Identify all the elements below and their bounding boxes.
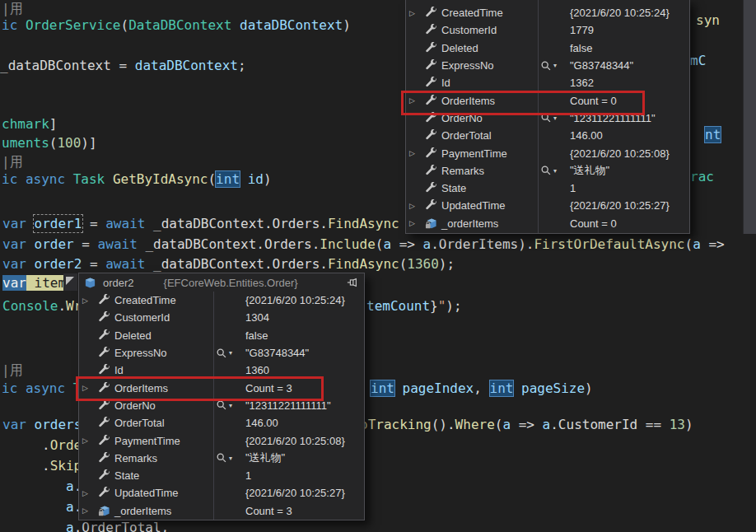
datatip-row-ExpressNo[interactable]: ExpressNo▾"G83748344" bbox=[406, 57, 689, 74]
code-line[interactable]: int pageIndex, int pageSize) bbox=[371, 380, 593, 397]
visualizer-dropdown-icon[interactable]: ▾ bbox=[553, 114, 557, 122]
visual-studio-editor: |用ic OrderService(DataDBContext dataDBCo… bbox=[0, 0, 756, 532]
code-line[interactable]: temCount}"); bbox=[366, 297, 462, 315]
member-name: PaymentTime bbox=[114, 435, 180, 447]
code-token: int bbox=[216, 171, 240, 187]
datatip-row-PaymentTime[interactable]: ▷PaymentTime{2021/6/20 10:25:08} bbox=[79, 432, 364, 449]
member-name: CustomerId bbox=[114, 311, 170, 324]
expand-arrow-icon[interactable]: ▷ bbox=[406, 202, 421, 210]
code-line[interactable]: ic OrderService(DataDBContext dataDBCont… bbox=[2, 16, 351, 34]
code-token: |用 bbox=[2, 362, 23, 378]
visualizer-dropdown-icon[interactable]: ▾ bbox=[229, 349, 232, 357]
code-token: => bbox=[391, 236, 423, 252]
datatip-row-Id[interactable]: Id1362 bbox=[406, 74, 689, 91]
code-token: DataDBContext bbox=[128, 17, 231, 33]
code-token: Task bbox=[73, 171, 105, 187]
code-line[interactable]: |用 bbox=[2, 0, 23, 17]
expand-arrow-icon[interactable]: ▷ bbox=[79, 296, 94, 305]
datatip-header[interactable]: order2 {EFCoreWeb.Entities.Order} bbox=[79, 273, 364, 292]
code-line[interactable]: _dataDBContext = dataDBContext; bbox=[0, 57, 246, 74]
datatip-row-State[interactable]: State1 bbox=[79, 467, 364, 484]
member-cell: ▷PaymentTime bbox=[406, 147, 538, 160]
text-visualizer-magnifier-icon[interactable]: ▾ bbox=[538, 60, 570, 72]
pin-icon[interactable] bbox=[347, 277, 358, 288]
text-visualizer-magnifier-icon[interactable]: ▾ bbox=[213, 348, 245, 359]
datatip-row-Remarks[interactable]: Remarks▾"送礼物" bbox=[406, 162, 689, 180]
code-line[interactable]: nt bbox=[705, 126, 721, 143]
datatip-row-_orderItems[interactable]: ▷_orderItemsCount = 3 bbox=[79, 502, 364, 520]
datatip-row-OrderTotal[interactable]: OrderTotal146.00 bbox=[406, 127, 689, 144]
datatip-row-CustomerId[interactable]: CustomerId1304 bbox=[79, 309, 364, 326]
datatip-row-CustomerId[interactable]: CustomerId1779 bbox=[406, 21, 689, 39]
datatip-row-ExpressNo[interactable]: ExpressNo▾"G83748344" bbox=[79, 344, 364, 362]
code-line[interactable]: ic async Task GetByIdAsync(int id) bbox=[2, 170, 272, 188]
expand-arrow-icon[interactable]: ▷ bbox=[406, 219, 421, 227]
datatip-row-UpdatedTime[interactable]: ▷UpdatedTime{2021/6/20 10:25:27} bbox=[79, 484, 364, 502]
code-line[interactable]: mC bbox=[690, 52, 706, 69]
visualizer-dropdown-icon[interactable]: ▾ bbox=[229, 402, 232, 409]
code-token: ); bbox=[446, 298, 461, 314]
code-line[interactable]: var orders bbox=[2, 416, 82, 433]
datatip-row-Remarks[interactable]: Remarks▾"送礼物" bbox=[79, 450, 364, 467]
object-type: {EFCoreWeb.Entities.Order} bbox=[164, 277, 298, 289]
code-line[interactable]: var order2 = await _dataDBContext.Orders… bbox=[2, 255, 455, 273]
expand-arrow-icon[interactable]: ▷ bbox=[406, 9, 421, 17]
datatip-row-CreatedTime[interactable]: ▷CreatedTime{2021/6/20 10:25:24} bbox=[79, 292, 364, 309]
expand-arrow-icon[interactable]: ▷ bbox=[79, 436, 94, 445]
member-name: State bbox=[114, 469, 139, 482]
expand-arrow-icon[interactable]: ▷ bbox=[406, 149, 421, 157]
code-line[interactable]: var order = await _dataDBContext.Orders.… bbox=[2, 236, 725, 253]
member-value: Count = 0 bbox=[570, 217, 617, 230]
property-wrench-icon bbox=[94, 399, 114, 412]
member-value: false bbox=[245, 329, 268, 342]
code-line[interactable]: a.OrderTotal, bbox=[66, 519, 169, 532]
private-field-icon bbox=[421, 217, 441, 230]
visualizer-dropdown-icon[interactable]: ▾ bbox=[553, 167, 557, 175]
datatip-row-Deleted[interactable]: Deletedfalse bbox=[79, 327, 364, 344]
code-token: => bbox=[701, 236, 725, 252]
text-visualizer-magnifier-icon[interactable]: ▾ bbox=[538, 165, 570, 176]
member-value: 146.00 bbox=[245, 417, 278, 429]
text-visualizer-magnifier-icon[interactable]: ▾ bbox=[213, 399, 245, 411]
property-wrench-icon bbox=[421, 7, 441, 19]
datatip-row-CreatedTime[interactable]: ▷CreatedTime{2021/6/20 10:25:24} bbox=[406, 4, 689, 21]
datatip-row-Deleted[interactable]: Deletedfalse bbox=[406, 40, 689, 57]
code-line[interactable]: |用 bbox=[2, 153, 23, 170]
member-value: 1304 bbox=[245, 311, 269, 324]
datatip-expand-arrow-icon[interactable] bbox=[63, 273, 77, 291]
code-line[interactable]: oTracking().Where(a => a.CustomerId == 1… bbox=[360, 416, 693, 433]
datatip-row-PaymentTime[interactable]: ▷PaymentTime{2021/6/20 10:25:08} bbox=[406, 144, 689, 161]
member-value: 1 bbox=[245, 469, 251, 482]
datatip-row-OrderTotal[interactable]: OrderTotal146.00 bbox=[79, 414, 364, 432]
expand-arrow-icon[interactable]: ▷ bbox=[79, 489, 94, 497]
code-line[interactable]: syn bbox=[696, 12, 720, 29]
code-line[interactable]: |用 bbox=[2, 362, 23, 379]
code-token: , bbox=[474, 380, 489, 396]
code-token: _dataDBContext.Orders. bbox=[153, 256, 328, 272]
code-line[interactable]: chmark] bbox=[2, 115, 57, 133]
vertical-scrollbar[interactable] bbox=[743, 0, 756, 234]
datatip-row-State[interactable]: State1 bbox=[406, 180, 689, 197]
code-token: (). bbox=[432, 417, 455, 432]
datatip-row-_orderItems[interactable]: ▷_orderItemsCount = 0 bbox=[406, 215, 689, 232]
property-wrench-icon bbox=[421, 182, 441, 194]
property-wrench-icon bbox=[94, 487, 114, 499]
datatip-row-UpdatedTime[interactable]: ▷UpdatedTime{2021/6/20 10:25:27} bbox=[406, 197, 689, 214]
expand-arrow-icon[interactable]: ▷ bbox=[79, 506, 94, 515]
member-name: CustomerId bbox=[441, 24, 497, 36]
text-visualizer-magnifier-icon[interactable]: ▾ bbox=[213, 452, 245, 464]
code-token: ic bbox=[2, 17, 26, 33]
member-name: _orderItems bbox=[441, 217, 498, 230]
member-name: _orderItems bbox=[114, 505, 171, 517]
code-token: = bbox=[111, 58, 135, 73]
code-token: 1360 bbox=[407, 256, 439, 272]
code-token: chmark bbox=[2, 116, 49, 132]
visualizer-dropdown-icon[interactable]: ▾ bbox=[229, 455, 232, 462]
code-line[interactable]: rac bbox=[690, 168, 714, 185]
code-line[interactable]: uments(100)] bbox=[2, 134, 97, 152]
code-token: dataDBContext bbox=[231, 17, 343, 33]
member-cell: ▷UpdatedTime bbox=[406, 199, 538, 212]
visualizer-dropdown-icon[interactable]: ▾ bbox=[553, 62, 557, 69]
code-line[interactable]: var item bbox=[2, 274, 66, 292]
code-line[interactable]: var order1 = await _dataDBContext.Orders… bbox=[2, 215, 399, 232]
